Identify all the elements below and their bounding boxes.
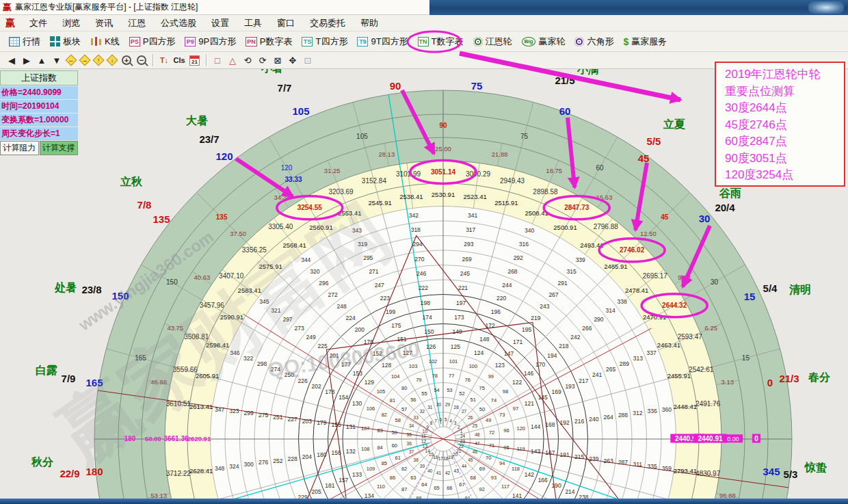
svg-text:264: 264 <box>604 414 613 421</box>
nav-up-button[interactable]: ▲ <box>34 53 49 68</box>
svg-text:266: 266 <box>582 325 592 332</box>
svg-text:55: 55 <box>421 390 427 397</box>
menu-item-4[interactable]: 公式选股 <box>153 17 204 29</box>
svg-text:28.13: 28.13 <box>378 150 395 158</box>
svg-text:2949.43: 2949.43 <box>500 177 525 185</box>
menu-item-2[interactable]: 资讯 <box>88 17 120 29</box>
draw-rect-button[interactable]: □ <box>210 53 225 68</box>
time-axis-button[interactable]: T↓ <box>157 53 172 68</box>
svg-text:102: 102 <box>429 358 438 364</box>
svg-text:小满: 小满 <box>577 69 599 75</box>
svg-text:75: 75 <box>479 385 485 391</box>
cls-button[interactable]: Cls <box>172 53 187 68</box>
toolbar-item-9p-square[interactable]: P99P四方形 <box>180 36 241 48</box>
ts-icon: TS <box>302 37 313 47</box>
delete-box-button[interactable]: ⊠ <box>270 53 285 68</box>
pan-left-button[interactable]: ← <box>66 55 77 66</box>
svg-text:49: 49 <box>486 417 491 423</box>
info-panel: 上证指数 价格=2440.9099时间=20190104变换系数=1.00000… <box>0 70 78 155</box>
toolbar-item-sectors[interactable]: 板块 <box>45 36 85 48</box>
title-bar-gradient <box>429 0 848 15</box>
menu-item-5[interactable]: 设置 <box>204 17 237 29</box>
toolbar-item-label: T四方形 <box>315 36 347 48</box>
menu-item-8[interactable]: 交易委托 <box>302 17 353 29</box>
toolbar-item-p-table[interactable]: PNP数字表 <box>241 36 297 48</box>
svg-text:40.63: 40.63 <box>194 274 211 281</box>
svg-text:243: 243 <box>540 303 549 310</box>
rotate-ccw-button[interactable]: ⟲ <box>240 53 255 68</box>
svg-text:121: 121 <box>525 400 534 407</box>
svg-text:340: 340 <box>525 227 534 234</box>
info-row-3: 周天变化步长=1 <box>0 127 78 140</box>
draw-triangle-button[interactable]: △ <box>225 53 240 68</box>
svg-text:318: 318 <box>411 226 421 233</box>
calc-support-button[interactable]: 计算支撑 <box>40 141 79 155</box>
toolbar-item-t-table[interactable]: TNT数字表 <box>413 36 468 48</box>
pan-down-button[interactable]: ↓ <box>107 55 118 66</box>
svg-text:147: 147 <box>504 350 514 357</box>
svg-text:12.50: 12.50 <box>640 230 657 237</box>
toolbar-item-quotes[interactable]: 行情 <box>4 36 45 48</box>
toolbar-item-p-square[interactable]: PSP四方形 <box>124 36 181 48</box>
svg-text:10: 10 <box>423 429 428 434</box>
menu-item-9[interactable]: 帮助 <box>353 17 386 29</box>
svg-text:79: 79 <box>416 377 421 383</box>
svg-text:287: 287 <box>618 459 628 466</box>
candlestick-icon <box>90 36 102 47</box>
calendar-button[interactable]: 21 <box>189 55 200 66</box>
svg-text:54: 54 <box>434 387 439 393</box>
zoom-out-button[interactable]: − <box>137 55 146 65</box>
toolbar-item-label: T数字表 <box>432 36 464 48</box>
svg-text:40: 40 <box>427 468 433 473</box>
zoom-in-button[interactable]: + <box>122 55 131 65</box>
svg-text:242: 242 <box>570 334 580 341</box>
svg-text:324: 324 <box>229 463 239 470</box>
svg-text:2500.91: 2500.91 <box>553 224 577 231</box>
svg-text:342: 342 <box>409 212 419 219</box>
screen-button[interactable]: ⊡ <box>300 53 315 68</box>
svg-text:90: 90 <box>390 80 401 92</box>
pan-right-button[interactable]: → <box>79 55 91 66</box>
svg-text:293: 293 <box>464 241 473 248</box>
menu-item-6[interactable]: 工具 <box>237 17 269 29</box>
toolbar-item-kline[interactable]: K线 <box>85 36 124 48</box>
svg-text:惊蛰: 惊蛰 <box>804 461 827 474</box>
fit-button[interactable]: ✥ <box>285 53 300 68</box>
svg-text:72: 72 <box>489 429 494 436</box>
menu-item-7[interactable]: 窗口 <box>269 17 302 29</box>
svg-text:245: 245 <box>460 270 470 277</box>
toolbar-item-hexagon[interactable]: 六角形 <box>570 36 618 48</box>
menu-item-1[interactable]: 浏览 <box>55 17 88 29</box>
svg-text:75: 75 <box>520 133 529 140</box>
winner-wheel-icon: Big <box>522 37 536 47</box>
pan-up-button[interactable]: ↑ <box>93 55 105 66</box>
svg-text:269: 269 <box>462 256 472 263</box>
svg-text:86: 86 <box>390 475 395 481</box>
annotation-line-3: 45度2746点 <box>725 117 844 134</box>
svg-text:28: 28 <box>454 405 460 410</box>
menu-item-0[interactable]: 文件 <box>22 17 55 29</box>
svg-text:298: 298 <box>257 360 267 367</box>
toolbar-item-t-square[interactable]: TST四方形 <box>297 36 352 48</box>
svg-text:29: 29 <box>445 402 451 407</box>
nav-down-button[interactable]: ▼ <box>49 53 64 68</box>
toolbar-item-label: 9P四方形 <box>198 36 236 48</box>
calc-resistance-button[interactable]: 计算阻力 <box>0 141 39 155</box>
nav-right-button[interactable]: ▶ <box>19 53 34 68</box>
toolbar-item-winner-service[interactable]: $赢家服务 <box>618 36 672 48</box>
toolbar-item-winner-wheel[interactable]: Big赢家轮 <box>517 36 570 48</box>
svg-text:316: 316 <box>519 241 529 248</box>
svg-text:169: 169 <box>552 388 561 395</box>
toolbar-item-9t-square[interactable]: T99T四方形 <box>352 36 412 48</box>
nav-left-button[interactable]: ◀ <box>4 53 19 68</box>
svg-text:106: 106 <box>367 406 375 412</box>
toolbar-item-gann-wheel[interactable]: 江恩轮 <box>468 36 517 48</box>
menu-item-3[interactable]: 江恩 <box>120 17 153 29</box>
annotation-line-4: 60度2847点 <box>725 133 844 150</box>
rotate-cw-button[interactable]: ⟳ <box>255 53 270 68</box>
svg-text:84: 84 <box>377 445 382 451</box>
svg-text:2593.47: 2593.47 <box>678 333 703 341</box>
svg-text:24: 24 <box>460 434 466 438</box>
main-toolbar: 行情板块K线PSP四方形P99P四方形PNP数字表TST四方形T99T四方形TN… <box>0 31 848 52</box>
svg-text:87: 87 <box>401 486 407 492</box>
